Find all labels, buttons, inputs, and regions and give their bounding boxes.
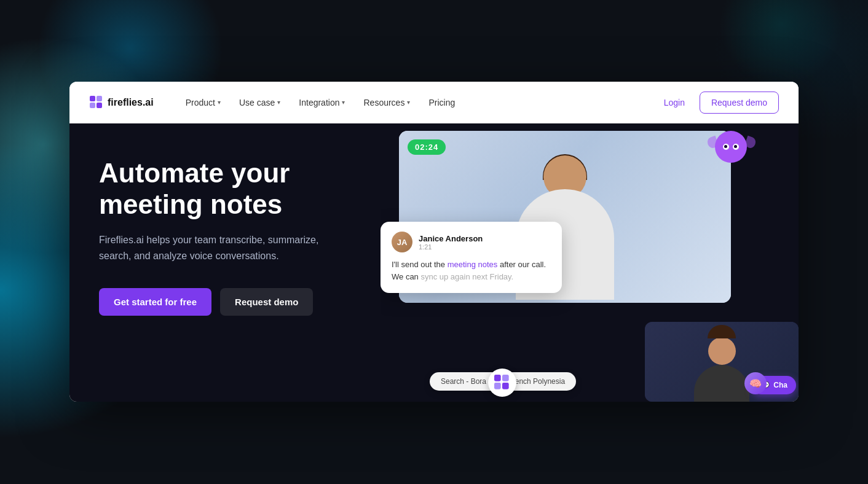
mascot-eye-left — [723, 144, 729, 150]
chat-username: Janice Anderson — [419, 234, 483, 243]
svg-rect-0 — [90, 96, 95, 101]
nav-item-usecase[interactable]: Use case ▾ — [232, 93, 288, 112]
nav-item-product[interactable]: Product ▾ — [178, 93, 228, 112]
chevron-down-icon: ▾ — [342, 99, 345, 106]
small-video-bg: 💬 Cha 🧠 — [645, 322, 799, 402]
small-person-head — [708, 337, 736, 365]
chat-header: JA Janice Anderson 1:21 — [392, 232, 551, 252]
small-video-card: 💬 Cha 🧠 — [645, 322, 799, 402]
logo-icon — [89, 95, 104, 110]
logo[interactable]: fireflies.ai — [89, 95, 154, 110]
nav-item-resources[interactable]: Resources ▾ — [356, 93, 417, 112]
mascot-body — [715, 131, 747, 163]
svg-rect-3 — [97, 103, 102, 108]
mascot-eye-right — [733, 144, 739, 150]
small-person-body — [694, 365, 749, 402]
svg-rect-5 — [502, 375, 509, 381]
timer-badge: 02:24 — [408, 139, 446, 155]
ff-logo-circle — [488, 369, 516, 397]
mascot-eyes — [723, 144, 739, 150]
hero-subtitle: Fireflies.ai helps your team transcribe,… — [99, 232, 347, 263]
get-started-button[interactable]: Get started for free — [99, 288, 211, 316]
navbar: fireflies.ai Product ▾ Use case ▾ Integr… — [69, 82, 799, 123]
hero-title: Automate your meeting notes — [99, 158, 347, 220]
chat-avatar: JA — [392, 232, 412, 252]
brain-icon: 🧠 — [749, 378, 762, 389]
nav-item-integration[interactable]: Integration ▾ — [291, 93, 352, 112]
hero-left: Automate your meeting notes Fireflies.ai… — [69, 123, 377, 350]
chat-timestamp: 1:21 — [419, 243, 483, 251]
chat-btn-label: Cha — [773, 381, 787, 389]
hero-section: Automate your meeting notes Fireflies.ai… — [69, 123, 799, 402]
hero-right: ⊕ 02:24 JA — [381, 123, 799, 402]
login-button[interactable]: Login — [657, 93, 692, 112]
nav-actions: Login Request demo — [657, 92, 779, 114]
small-person-hair — [708, 325, 736, 338]
chat-card: JA Janice Anderson 1:21 I'll send out th… — [381, 222, 562, 293]
chevron-down-icon: ▾ — [218, 99, 221, 106]
main-card: fireflies.ai Product ▾ Use case ▾ Integr… — [69, 82, 799, 402]
svg-rect-7 — [502, 383, 509, 389]
chat-meta: Janice Anderson 1:21 — [419, 234, 483, 251]
hero-buttons: Get started for free Request demo — [99, 288, 347, 316]
mascot — [706, 123, 756, 168]
svg-rect-2 — [90, 103, 95, 108]
small-person — [694, 324, 749, 402]
nav-menu: Product ▾ Use case ▾ Integration ▾ Resou… — [178, 93, 657, 112]
chevron-down-icon: ▾ — [407, 99, 410, 106]
hero-demo-button[interactable]: Request demo — [220, 288, 313, 316]
request-demo-button[interactable]: Request demo — [700, 92, 779, 114]
svg-rect-6 — [494, 383, 501, 389]
svg-rect-4 — [494, 375, 501, 381]
brain-overlay: 🧠 — [744, 372, 767, 394]
chat-message: I'll send out the meeting notes after ou… — [392, 259, 551, 283]
nav-item-pricing[interactable]: Pricing — [421, 93, 462, 112]
svg-rect-1 — [97, 96, 102, 101]
logo-text: fireflies.ai — [108, 97, 154, 108]
chevron-down-icon: ▾ — [277, 99, 280, 106]
